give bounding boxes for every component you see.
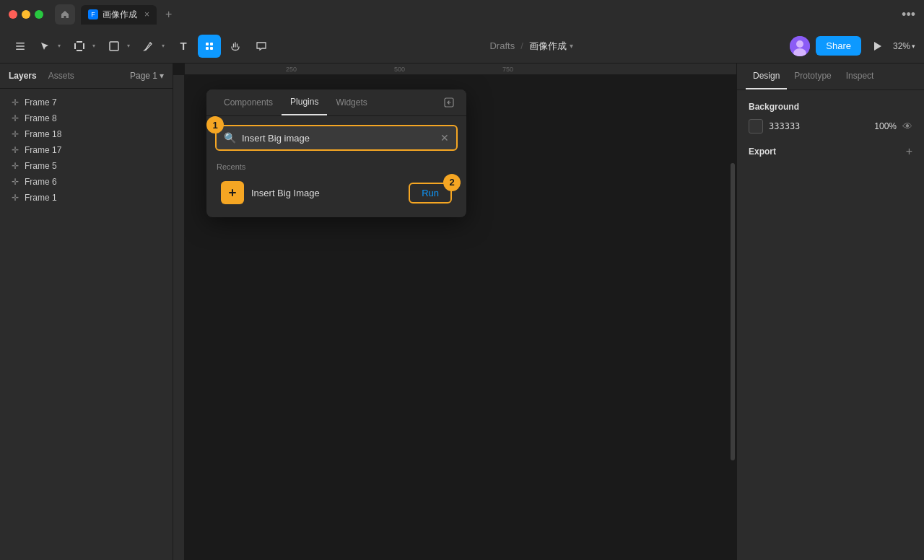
shape-tool-button[interactable] — [103, 35, 126, 58]
plugin-tab-widgets[interactable]: Widgets — [327, 90, 375, 115]
zoom-control[interactable]: 32% ▾ — [893, 41, 915, 51]
canvas-content: Components Plugins Widgets 1 — [185, 75, 736, 560]
svg-marker-15 — [874, 42, 881, 51]
layer-name: Frame 18 — [25, 129, 61, 139]
frame-icon: ✛ — [12, 145, 19, 155]
ruler-mark-left: 2500 — [173, 284, 174, 296]
tool-group-select: ▾ — [9, 35, 65, 58]
right-tab-inspect[interactable]: Inspect — [839, 64, 881, 89]
svg-rect-7 — [110, 42, 118, 51]
doc-path: Drafts — [489, 40, 515, 51]
layer-item[interactable]: ✛ Frame 6 — [0, 174, 173, 190]
frame-tool-button[interactable] — [68, 35, 91, 58]
toolbar-right: Share 32% ▾ — [790, 36, 915, 56]
layer-item[interactable]: ✛ Frame 7 — [0, 95, 173, 110]
play-button[interactable] — [867, 36, 887, 56]
color-opacity-value[interactable]: 100% — [874, 121, 897, 131]
comment-tool-button[interactable] — [250, 35, 273, 58]
plugin-tab-bar: Components Plugins Widgets — [206, 89, 466, 116]
plugin-tab-components[interactable]: Components — [215, 90, 282, 115]
ruler-mark-left: 3000 — [173, 414, 174, 426]
plugin-list-item: Insert Big Image 2 Run — [215, 177, 458, 209]
hand-tool-button[interactable] — [224, 35, 247, 58]
frame-icon: ✛ — [12, 161, 19, 171]
plugin-item-icon — [221, 181, 244, 204]
canvas-scrollbar[interactable] — [731, 163, 735, 461]
export-section-header: Export + — [749, 145, 912, 158]
sidebar-tab-layers[interactable]: Layers — [9, 69, 37, 82]
ruler-mark-left: 2000 — [173, 154, 174, 166]
tab-icon: F — [88, 9, 98, 19]
frame-tool-arrow[interactable]: ▾ — [92, 43, 100, 49]
layer-item[interactable]: ✛ Frame 8 — [0, 110, 173, 126]
main-area: Layers Assets Page 1 ▾ ✛ Frame 7 ✛ Frame… — [0, 64, 924, 560]
home-button[interactable] — [55, 4, 75, 25]
search-clear-button[interactable]: ✕ — [440, 132, 449, 144]
share-button[interactable]: Share — [816, 36, 861, 56]
ruler-mark: 500 — [394, 66, 405, 73]
layer-name: Frame 1 — [25, 193, 57, 203]
ruler-mark-left: 2250 — [173, 219, 174, 231]
svg-rect-11 — [210, 47, 213, 50]
right-tab-prototype[interactable]: Prototype — [787, 64, 838, 89]
right-tab-design[interactable]: Design — [746, 64, 787, 89]
svg-rect-1 — [16, 45, 25, 47]
ruler-mark: 250 — [286, 66, 297, 73]
plugin-tab-plugins[interactable]: Plugins — [282, 89, 327, 115]
tab-close-button[interactable]: × — [144, 9, 149, 19]
ruler-mark-left: 1750 — [173, 89, 174, 101]
annotation-badge-1: 1 — [206, 116, 224, 134]
sidebar-tab-bar: Layers Assets Page 1 ▾ — [0, 64, 173, 89]
component-tool-button[interactable] — [198, 35, 221, 58]
menu-tool-button[interactable] — [9, 35, 32, 58]
visibility-icon[interactable]: 👁 — [902, 121, 912, 132]
right-tab-bar: Design Prototype Inspect — [737, 64, 924, 90]
page-selector[interactable]: Page 1 ▾ — [130, 69, 164, 82]
layer-name: Frame 5 — [25, 161, 57, 171]
run-button-container: 2 Run — [409, 183, 452, 204]
search-box[interactable]: 🔍 Insert Big image ✕ — [215, 125, 458, 151]
select-tool-button[interactable] — [33, 35, 56, 58]
frame-icon: ✛ — [12, 129, 19, 139]
more-options-button[interactable]: ••• — [902, 7, 915, 22]
plugin-back-button[interactable] — [440, 94, 458, 111]
svg-rect-6 — [77, 50, 82, 51]
select-tool-arrow[interactable]: ▾ — [58, 43, 65, 49]
color-hex-value[interactable]: 333333 — [769, 121, 800, 131]
text-tool-button[interactable]: T — [172, 35, 195, 58]
pen-tool-button[interactable] — [137, 35, 160, 58]
right-sidebar: Design Prototype Inspect Background 3333… — [736, 64, 924, 560]
layer-item[interactable]: ✛ Frame 18 — [0, 126, 173, 142]
new-tab-button[interactable]: + — [165, 8, 172, 21]
annotation-badge-2: 2 — [443, 174, 461, 191]
left-sidebar: Layers Assets Page 1 ▾ ✛ Frame 7 ✛ Frame… — [0, 64, 173, 560]
layer-name: Frame 8 — [25, 113, 57, 123]
canvas-area[interactable]: 250 500 750 1750 2000 2250 2500 2750 300… — [173, 64, 736, 560]
active-tab[interactable]: F 画像作成 × — [81, 5, 157, 25]
maximize-button[interactable] — [35, 10, 43, 19]
frame-icon: ✛ — [12, 193, 19, 203]
plugin-item-name: Insert Big Image — [251, 188, 401, 198]
layer-item[interactable]: ✛ Frame 5 — [0, 158, 173, 174]
tool-group-shape: ▾ — [103, 35, 134, 58]
layer-name: Frame 7 — [25, 97, 57, 108]
search-input[interactable]: Insert Big image — [242, 133, 435, 144]
shape-tool-arrow[interactable]: ▾ — [127, 43, 134, 49]
close-button[interactable] — [9, 10, 17, 19]
tool-group-pen: ▾ — [137, 35, 169, 58]
pen-tool-arrow[interactable]: ▾ — [162, 43, 169, 49]
layer-item[interactable]: ✛ Frame 17 — [0, 142, 173, 158]
background-row: 333333 100% 👁 — [749, 119, 912, 134]
recents-label: Recents — [215, 162, 458, 171]
svg-rect-10 — [206, 47, 209, 50]
background-label: Background — [749, 102, 799, 112]
export-label: Export — [749, 146, 776, 157]
export-add-button[interactable]: + — [906, 145, 912, 158]
minimize-button[interactable] — [22, 10, 30, 19]
right-content: Background 333333 100% 👁 Export + — [737, 90, 924, 177]
sidebar-tab-assets[interactable]: Assets — [48, 69, 74, 82]
color-swatch[interactable] — [749, 119, 763, 134]
layer-item[interactable]: ✛ Frame 1 — [0, 190, 173, 206]
ruler-left: 1750 2000 2250 2500 2750 3000 3250 — [173, 75, 185, 560]
doc-name[interactable]: 画像作成 ▾ — [529, 40, 573, 53]
